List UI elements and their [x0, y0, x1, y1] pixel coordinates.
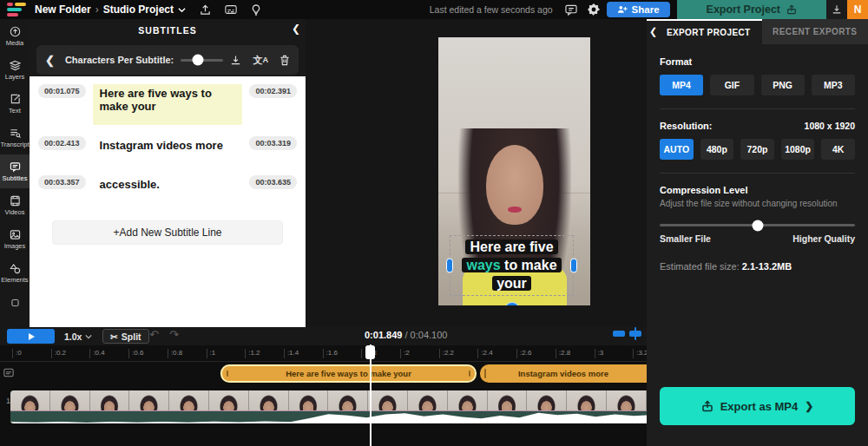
sidebar-item-transcript[interactable]: Transcript [0, 121, 30, 154]
breadcrumb-project[interactable]: Studio Project [103, 3, 174, 16]
resolution-option-4k[interactable]: 4K [821, 139, 855, 160]
trash-icon[interactable] [279, 55, 290, 66]
subtitle-overlay-selection[interactable]: Here are five ways to make your ↻ [450, 235, 574, 296]
sidebar-item-videos[interactable]: Videos [0, 188, 30, 222]
subtitle-text-input[interactable]: accessible. [93, 175, 243, 203]
split-button[interactable]: ✂ Split [102, 329, 149, 344]
subtitle-start-time[interactable]: 00:02.413 [38, 136, 86, 150]
video-preview[interactable]: Here are five ways to make your ↻ [438, 37, 590, 305]
subtitles-panel: SUBTITLES ❮ ❮ Characters Per Subtitle: 文… [30, 19, 306, 327]
videos-icon [10, 195, 21, 207]
ruler-tick: :2.6 [516, 349, 531, 358]
tab-recent-exports[interactable]: RECENT EXPORTS [762, 19, 868, 44]
ruler-tick: :0.8 [168, 349, 182, 358]
timeline-subtitle-bar-1[interactable]: Here are five ways to make your [220, 364, 477, 383]
translate-icon[interactable]: 文A [253, 54, 268, 67]
subtitle-start-time[interactable]: 00:01.075 [38, 84, 86, 98]
format-option-mp4[interactable]: MP4 [660, 75, 703, 95]
resolution-option-480p[interactable]: 480p [700, 139, 734, 160]
sidebar-item-media[interactable]: Media [0, 19, 30, 53]
subtitle-row: 00:03.357 accessible. 00:03.635 [30, 167, 306, 207]
bar-left-grip[interactable] [484, 369, 486, 378]
settings-gear-icon[interactable] [588, 3, 600, 16]
subtitle-overlay-text[interactable]: Here are five ways to make your [447, 239, 577, 292]
breadcrumb[interactable]: New Folder › Studio Project [35, 3, 186, 16]
collapse-export-panel-icon[interactable]: ❮ [649, 26, 657, 37]
export-as-mp4-button[interactable]: Export as MP4 ❯ [660, 387, 855, 425]
undo-icon[interactable]: ↶ [149, 328, 159, 341]
chevron-down-icon[interactable] [178, 6, 186, 14]
play-button[interactable] [7, 329, 55, 344]
playhead-line[interactable] [370, 344, 372, 446]
ruler-tick: :1.6 [323, 349, 338, 358]
person-plus-icon [617, 5, 628, 14]
lightbulb-icon[interactable] [251, 4, 261, 16]
breadcrumb-folder[interactable]: New Folder [35, 3, 91, 16]
resolution-option-1080p[interactable]: 1080p [781, 139, 815, 160]
playback-speed-selector[interactable]: 1.0x [64, 329, 92, 344]
resize-handle-left[interactable] [446, 259, 453, 273]
format-option-png[interactable]: PNG [761, 75, 805, 95]
bar-left-grip[interactable] [227, 371, 228, 377]
share-button[interactable]: Share [607, 2, 670, 17]
scissors-icon: ✂ [110, 331, 118, 342]
text-edit-icon [10, 94, 21, 105]
bar-right-grip[interactable] [469, 371, 470, 377]
sidebar-item-layers[interactable]: Layers [0, 53, 30, 87]
avatar[interactable]: N [847, 0, 868, 19]
sidebar-label: Elements [1, 276, 28, 284]
sidebar-item-partial[interactable] [0, 290, 30, 307]
sidebar-item-images[interactable]: Images [0, 222, 30, 256]
sidebar-item-text[interactable]: Text [0, 87, 30, 121]
sidebar-item-elements[interactable]: Elements [0, 256, 30, 290]
captions-icon[interactable] [225, 4, 237, 15]
export-panel: ❮ EXPORT PROJECT RECENT EXPORTS Format M… [647, 19, 868, 446]
download-icon[interactable] [826, 0, 847, 19]
subtitle-text-input[interactable]: Instagram videos more [93, 136, 243, 164]
format-option-mp3[interactable]: MP3 [812, 75, 855, 95]
app-logo[interactable] [7, 3, 26, 16]
back-icon[interactable]: ❮ [45, 54, 55, 67]
upload-icon[interactable] [200, 4, 211, 16]
sidebar-item-subtitles[interactable]: Subtitles [0, 154, 30, 188]
playhead-handle[interactable] [365, 345, 375, 359]
compression-slider-knob[interactable] [752, 220, 763, 231]
timeline-subtitle-bar-2[interactable]: Instagram videos more [480, 364, 647, 383]
zoom-in-timeline-icon[interactable] [629, 331, 641, 337]
characters-per-subtitle-slider[interactable] [181, 59, 223, 62]
current-time: 0:01.849 [365, 330, 402, 340]
resize-handle-right[interactable] [570, 259, 577, 273]
subtitle-text-input[interactable]: Here are five ways to make your [93, 84, 243, 125]
video-track-filmstrip[interactable] [10, 390, 647, 423]
subtitle-end-time[interactable]: 00:03.319 [249, 136, 297, 150]
subtitle-end-time[interactable]: 00:03.635 [249, 175, 297, 189]
zoom-out-timeline-icon[interactable] [613, 331, 625, 337]
chevron-right-icon: ❯ [805, 400, 813, 412]
comments-icon[interactable] [565, 4, 577, 16]
speed-value: 1.0x [64, 331, 82, 342]
split-label: Split [122, 331, 141, 342]
tab-export-project[interactable]: EXPORT PROJECT [647, 19, 762, 44]
sidebar-label: Transcript [0, 141, 29, 148]
add-subtitle-line-button[interactable]: +Add New Subtitle Line [52, 220, 283, 245]
sidebar-label: Videos [5, 208, 25, 216]
layers-icon [10, 60, 21, 71]
resolution-option-720p[interactable]: 720p [740, 139, 774, 160]
export-project-label: Export Project [707, 3, 780, 16]
slider-knob[interactable] [192, 55, 203, 66]
ruler-tick: :1 [207, 349, 216, 358]
overlay-highlight-word: ways [466, 258, 500, 272]
collapse-panel-icon[interactable]: ❮ [292, 23, 300, 35]
timeline-ruler[interactable]: :0:0.2:0.4:0.6:0.8:1:1.2:1.4:1.6:1.8:2:2… [0, 345, 647, 362]
resolution-option-auto[interactable]: AUTO [660, 139, 694, 160]
subtitle-start-time[interactable]: 00:03.357 [38, 175, 86, 189]
subtitle-end-time[interactable]: 00:02.391 [249, 84, 297, 98]
export-project-button[interactable]: Export Project [677, 0, 826, 19]
sidebar-label: Text [9, 107, 21, 115]
download-subtitles-icon[interactable] [230, 55, 241, 66]
format-option-gif[interactable]: GIF [710, 75, 753, 95]
overlay-line-3: your [492, 276, 531, 291]
preview-canvas[interactable]: Here are five ways to make your ↻ [306, 19, 647, 327]
redo-icon[interactable]: ↷ [169, 328, 179, 341]
compression-slider[interactable] [660, 224, 855, 226]
